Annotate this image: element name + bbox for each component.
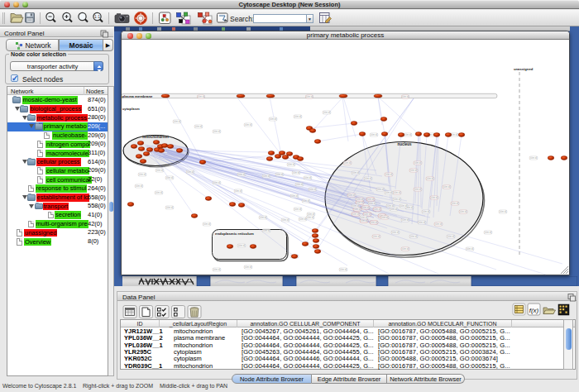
svg-text:[slim id]: [slim id] [394,198,401,201]
svg-text:[slim id]: [slim id] [166,176,174,179]
svg-text:1:1: 1:1 [94,14,100,19]
svg-text:[slim id]: [slim id] [260,216,267,219]
svg-text:[slim id]: [slim id] [276,173,284,176]
svg-text:[slim id]: [slim id] [369,202,376,205]
svg-text:[slim id]: [slim id] [394,191,401,194]
svg-text:[slim id]: [slim id] [410,169,418,172]
svg-text:[slim id]: [slim id] [361,216,368,219]
svg-text:endoplasmic reticulum: endoplasmic reticulum [215,232,254,236]
svg-text:[slim id]: [slim id] [291,194,299,198]
svg-text:[slim id]: [slim id] [245,123,252,127]
svg-text:[slim id]: [slim id] [195,125,203,128]
svg-text:[slim id]: [slim id] [402,247,409,251]
svg-text:[slim id]: [slim id] [309,188,317,191]
svg-text:[slim id]: [slim id] [374,208,381,211]
svg-text:[slim id]: [slim id] [213,268,221,271]
svg-text:[slim id]: [slim id] [136,184,143,188]
svg-text:[slim id]: [slim id] [356,198,364,201]
svg-text:[slim id]: [slim id] [293,171,300,174]
svg-text:[slim id]: [slim id] [139,173,146,176]
svg-text:[slim id]: [slim id] [294,115,302,118]
svg-text:nucleus: nucleus [397,142,412,146]
svg-text:[slim id]: [slim id] [373,235,380,238]
svg-text:[slim id]: [slim id] [203,222,211,226]
svg-text:[slim id]: [slim id] [402,95,409,98]
svg-text:[slim id]: [slim id] [270,117,277,121]
svg-text:[slim id]: [slim id] [402,218,409,222]
svg-text:[slim id]: [slim id] [299,218,307,221]
svg-text:[slim id]: [slim id] [371,133,378,136]
svg-text:[slim id]: [slim id] [213,130,221,133]
svg-text:plasma membrane: plasma membrane [122,94,153,98]
svg-text:[slim id]: [slim id] [307,216,314,219]
svg-text:[slim id]: [slim id] [263,174,270,178]
svg-text:[slim id]: [slim id] [431,196,438,199]
svg-text:[slim id]: [slim id] [500,210,507,213]
svg-text:[slim id]: [slim id] [263,229,270,232]
svg-text:[slim id]: [slim id] [460,210,467,213]
svg-text:[slim id]: [slim id] [304,176,312,179]
svg-text:[slim id]: [slim id] [198,95,205,98]
svg-text:[slim id]: [slim id] [404,133,412,136]
svg-text:[slim id]: [slim id] [530,156,538,160]
svg-text:[slim id]: [slim id] [213,181,221,184]
svg-text:[slim id]: [slim id] [296,183,304,186]
svg-text:[slim id]: [slim id] [174,120,181,123]
svg-text:[slim id]: [slim id] [467,247,474,251]
svg-text:[slim id]: [slim id] [414,188,422,191]
svg-text:[slim id]: [slim id] [238,173,246,176]
svg-text:[slim id]: [slim id] [377,188,385,191]
svg-text:[slim id]: [slim id] [282,218,290,222]
svg-text:[slim id]: [slim id] [352,204,360,208]
svg-text:[slim id]: [slim id] [423,210,430,213]
svg-text:[slim id]: [slim id] [371,221,378,224]
svg-text:[slim id]: [slim id] [427,177,434,180]
svg-text:[slim id]: [slim id] [354,208,361,211]
svg-text:[slim id]: [slim id] [365,177,372,180]
svg-text:[slim id]: [slim id] [344,161,352,165]
svg-text:[slim id]: [slim id] [452,202,459,205]
svg-text:[slim id]: [slim id] [245,265,252,269]
svg-text:[slim id]: [slim id] [306,95,313,98]
svg-text:[slim id]: [slim id] [367,198,375,201]
svg-text:[slim id]: [slim id] [166,206,174,209]
svg-text:[slim id]: [slim id] [235,189,242,193]
svg-text:[slim id]: [slim id] [362,206,370,209]
svg-text:[slim id]: [slim id] [419,221,426,224]
svg-text:[slim id]: [slim id] [381,216,389,219]
svg-text:[slim id]: [slim id] [352,213,360,216]
svg-text:[slim id]: [slim id] [390,208,398,211]
svg-text:mitochondrion: mitochondrion [142,135,169,139]
svg-text:[slim id]: [slim id] [323,111,331,114]
svg-text:[slim id]: [slim id] [187,170,194,174]
svg-text:[slim id]: [slim id] [385,191,393,194]
svg-text:[slim id]: [slim id] [400,204,408,208]
svg-text:[slim id]: [slim id] [294,208,302,211]
svg-text:[slim id]: [slim id] [410,235,418,238]
svg-text:[slim id]: [slim id] [156,191,163,194]
svg-text:[slim id]: [slim id] [385,173,393,176]
svg-text:[slim id]: [slim id] [303,199,310,203]
svg-text:[slim id]: [slim id] [435,222,443,226]
svg-text:[slim id]: [slim id] [348,194,356,197]
svg-text:[slim id]: [slim id] [485,231,492,234]
svg-text:[slim id]: [slim id] [443,185,451,189]
svg-text:[slim id]: [slim id] [392,231,400,234]
svg-text:[slim id]: [slim id] [156,169,164,172]
svg-text:cytoplasm: cytoplasm [122,107,140,111]
svg-text:[slim id]: [slim id] [238,244,246,247]
svg-text:[slim id]: [slim id] [361,219,368,222]
svg-text:[slim id]: [slim id] [340,268,347,271]
svg-text:[slim id]: [slim id] [352,171,360,174]
svg-text:f(x): f(x) [529,307,539,314]
svg-text:[slim id]: [slim id] [447,235,455,238]
svg-text:unassigned: unassigned [514,67,534,71]
svg-text:[slim id]: [slim id] [414,161,422,165]
svg-text:[slim id]: [slim id] [288,163,295,166]
